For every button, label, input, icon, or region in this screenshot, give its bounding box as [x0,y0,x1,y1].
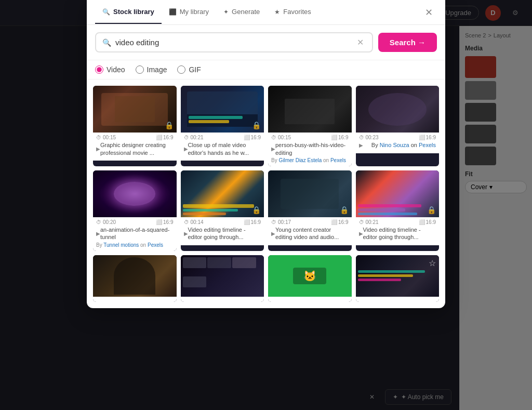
clock-icon: ⏱ [184,135,189,140]
nino-souza-link[interactable]: Nino Souza [380,142,409,148]
tunnel-link[interactable]: Tunnel motions [103,242,139,248]
aspect-icon: ⬜ [156,219,162,225]
grid-item[interactable]: 🔒 ⏱ 00:21 ⬜ 16:9 ▶ [181,86,264,166]
tab-generate[interactable]: ✦ Generate [216,1,267,24]
modal: 🔍 Stock library ⬛ My library ✦ Generate … [87,0,445,308]
play-icon: ▶ [184,231,188,236]
aspect-icon: ⬜ [156,135,162,140]
modal-close-button[interactable]: ✕ [421,5,437,20]
aspect-icon: ⬜ [244,135,250,140]
clock-icon: ⏱ [271,135,276,140]
lock-icon: 🔒 [340,206,349,214]
aspect-icon: ⬜ [419,219,425,225]
grid-item[interactable]: 🐱 [268,255,352,302]
grid-item[interactable]: ☆ [356,255,440,302]
clock-icon: ⏱ [271,219,276,225]
play-icon: ▶ [359,142,363,148]
grid-item[interactable]: 🔒 ⏱ 00:14 ⬜ 16:9 ▶ [181,170,264,251]
library-icon: ⬛ [169,8,177,16]
clock-icon: ⏱ [359,219,364,225]
author-link[interactable]: Gilmer Diaz Estela [278,157,322,163]
search-input-wrap: 🔍 video editing ✕ [95,32,373,52]
filter-image[interactable]: Image [136,65,167,74]
modal-tabs: 🔍 Stock library ⬛ My library ✦ Generate … [87,0,445,25]
pexels-link3[interactable]: Pexels [148,242,163,248]
aspect-icon: ⬜ [331,219,337,225]
clock-icon: ⏱ [96,135,101,140]
clock-icon: ⏱ [359,135,364,140]
aspect-icon: ⬜ [419,135,425,140]
results-grid: 🔒 ⏱ 00:15 ⬜ 16:9 ▶ [93,86,439,302]
search-button[interactable]: Search → [378,33,437,52]
generate-icon: ✦ [223,8,229,16]
lock-icon: 🔒 [165,121,174,129]
grid-item[interactable] [93,255,177,302]
grid-item[interactable]: 🔒 ⏱ 00:15 ⬜ 16:9 ▶ [93,86,177,166]
play-icon: ▶ [271,231,275,236]
grid-item[interactable]: ⏱ 00:23 ⬜ 16:9 ▶ By Nino Souza on Pexels [356,86,440,166]
aspect-icon: ⬜ [244,219,250,225]
tab-favorites[interactable]: ★ Favorites [267,1,318,24]
filter-row: Video Image GIF [87,60,445,80]
grid-item[interactable]: 🔒 ⏱ 00:21 ⬜ 16:9 ▶ [356,170,440,251]
play-icon: ▶ [96,231,100,236]
grid-item[interactable]: ⏱ 00:15 ⬜ 16:9 ▶ person-busy-with-his-vi… [268,86,352,166]
results-grid-container: 🔒 ⏱ 00:15 ⬜ 16:9 ▶ [87,80,445,308]
star-tab-icon: ★ [274,8,280,16]
play-icon: ▶ [96,146,100,152]
star-icon: ☆ [429,258,436,268]
search-icon: 🔍 [102,8,110,16]
lock-icon: 🔒 [252,121,261,129]
clock-icon: ⏱ [96,219,101,225]
filter-video[interactable]: Video [95,65,125,74]
aspect-icon: ⬜ [331,135,337,140]
clear-search-button[interactable]: ✕ [355,37,366,47]
pexels-link[interactable]: Pexels [330,157,346,163]
lock-icon: 🔒 [252,206,261,214]
search-section: 🔍 video editing ✕ Search → [87,25,445,60]
tab-stock-library[interactable]: 🔍 Stock library [95,1,162,24]
grid-item[interactable]: 🔒 ⏱ 00:17 ⬜ 16:9 ▶ [268,170,352,251]
tab-my-library[interactable]: ⬛ My library [162,1,216,24]
pexels-link2[interactable]: Pexels [419,142,436,148]
play-icon: ▶ [359,231,363,236]
filter-gif[interactable]: GIF [177,65,201,74]
play-icon: ▶ [271,146,275,152]
play-icon: ▶ [184,146,188,152]
grid-item[interactable]: ⏱ 00:20 ⬜ 16:9 ▶ an-animation-of-a-squar… [93,170,177,251]
search-input[interactable]: video editing [115,38,351,47]
search-input-icon: 🔍 [102,38,111,47]
grid-item[interactable] [181,255,264,302]
clock-icon: ⏱ [184,219,189,225]
lock-icon: 🔒 [427,206,436,214]
search-button-label: Search → [390,38,425,47]
